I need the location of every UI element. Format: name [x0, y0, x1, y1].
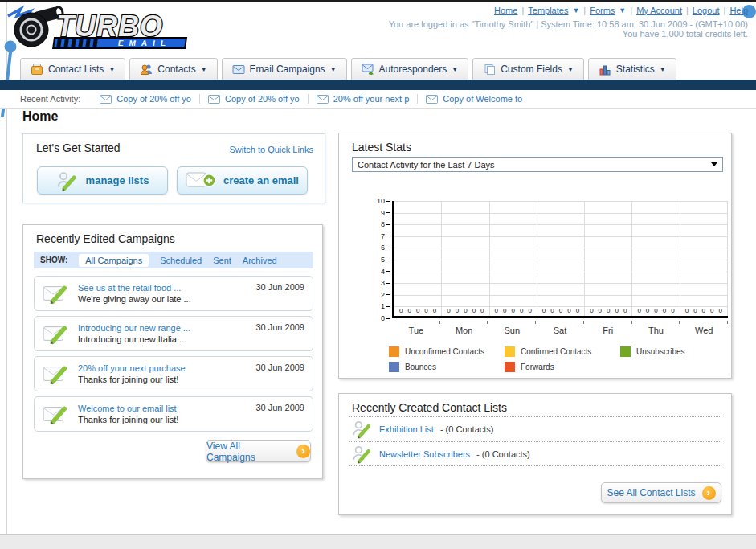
tab-label: Custom Fields: [501, 64, 562, 75]
filter-sent[interactable]: Sent: [213, 256, 231, 265]
campaign-title-link[interactable]: Welcome to our email list: [78, 404, 178, 413]
legend-label: Bounces: [405, 363, 436, 371]
chart-day-group: 00000: [537, 201, 585, 316]
logo-secondary-text: EMAIL: [117, 39, 172, 47]
x-axis-tick: [440, 321, 488, 324]
header-link-templates[interactable]: Templates: [528, 6, 568, 15]
chart-value-label: 0: [615, 307, 618, 314]
turbo-logo-graphic: TURBO EMAIL: [5, 3, 198, 50]
envelope-plus-icon: [186, 170, 216, 191]
campaign-subtitle: We're giving away our late ...: [78, 294, 191, 304]
envelope-pencil-icon: [43, 363, 70, 385]
recent-activity-item[interactable]: 20% off your next p: [309, 94, 419, 104]
contact-list-name-link[interactable]: Newsletter Subscribers: [379, 449, 470, 459]
x-axis-tick: [488, 321, 536, 324]
header-link-home[interactable]: Home: [494, 6, 517, 15]
chart-value-label: 0: [567, 307, 570, 314]
header-nav-links: Home| Templates▼| Forms▼| My Account| Lo…: [494, 6, 748, 15]
contact-list-count: - (0 Contacts): [440, 424, 494, 434]
contacts-icon: [140, 63, 153, 76]
recent-activity-item[interactable]: Copy of 20% off yo: [200, 94, 309, 104]
stats-report-select[interactable]: Contact Activity for the Last 7 Days: [352, 157, 723, 172]
tab-statistics[interactable]: Statistics▼: [588, 58, 676, 80]
tab-custom-fields[interactable]: Custom Fields▼: [472, 58, 584, 80]
chart-value-label: 0: [702, 307, 705, 314]
campaign-title-link[interactable]: 20% off your next purchase: [78, 363, 186, 373]
envelope-icon: [100, 95, 112, 104]
view-all-campaigns-label: View All Campaigns: [206, 440, 290, 463]
chart-value-label: 0: [503, 307, 506, 314]
chart-value-label: 0: [559, 307, 562, 314]
chart-value-label: 0: [495, 307, 498, 314]
recent-activity-item[interactable]: Copy of Welcome to: [418, 94, 530, 104]
filter-all-campaigns[interactable]: All Campaigns: [79, 254, 149, 267]
campaigns-panel: Recently Edited Campaigns SHOW: All Camp…: [22, 224, 323, 479]
contact-list-name-link[interactable]: Exhibition List: [379, 424, 434, 434]
manage-lists-button[interactable]: manage lists: [37, 166, 168, 195]
view-all-campaigns-button[interactable]: View All Campaigns ›: [206, 440, 311, 462]
legend-swatch: [505, 362, 515, 372]
see-all-contact-lists-button[interactable]: See All Contact Lists ›: [601, 482, 721, 503]
campaign-date: 30 Jun 2009: [255, 282, 304, 292]
header-link-logout[interactable]: Logout: [693, 6, 720, 15]
legend-item: Confirmed Contacts: [505, 344, 620, 359]
link-separator: |: [630, 6, 632, 15]
y-axis-label: 1: [381, 302, 390, 310]
header-link-help[interactable]: Help: [729, 6, 748, 15]
tab-label: Statistics: [616, 64, 655, 75]
chart-value-label: 0: [399, 307, 403, 314]
campaign-title-link[interactable]: Introducing our new range ...: [78, 323, 190, 333]
y-axis-label: 7: [381, 232, 390, 240]
tab-contact-lists[interactable]: Contact Lists▼: [20, 58, 125, 80]
legend-swatch: [389, 362, 399, 372]
campaign-date: 30 Jun 2009: [255, 403, 304, 412]
legend-item: Bounces: [389, 359, 505, 375]
recent-activity-item[interactable]: Copy of 20% off yo: [92, 94, 200, 104]
chart-value-label: 0: [646, 307, 649, 314]
legend-swatch: [505, 346, 515, 357]
x-axis-tick: [392, 321, 440, 324]
page-title: Home: [22, 109, 58, 124]
chart-value-label: 0: [433, 307, 436, 314]
contact-lists-icon: [31, 63, 43, 76]
filter-archived[interactable]: Archived: [243, 256, 277, 265]
chevron-down-icon: ▼: [330, 66, 337, 73]
y-axis-label: 3: [381, 279, 390, 287]
campaign-card: Welcome to our email list Thanks for joi…: [34, 396, 313, 432]
arrow-right-icon: ›: [702, 486, 716, 500]
campaign-subtitle: Thanks for joining our list!: [78, 415, 178, 424]
header-link-forms[interactable]: Forms: [590, 6, 615, 15]
arrow-right-icon: ›: [296, 445, 310, 458]
tab-autoresponders[interactable]: Autoresponders▼: [351, 58, 469, 80]
navy-divider-bar: [0, 80, 756, 90]
chevron-down-icon: ▼: [452, 66, 458, 73]
chevron-down-icon: ▼: [619, 6, 626, 14]
chart-day-group: 00000: [680, 201, 728, 316]
bottom-chrome-strip: [0, 534, 756, 549]
envelope-icon: [317, 95, 329, 104]
tab-label: Email Campaigns: [250, 64, 325, 75]
envelope-pencil-icon: [43, 322, 70, 345]
tab-contacts[interactable]: Contacts▼: [129, 58, 217, 80]
get-started-title: Let's Get Started: [36, 141, 121, 154]
create-email-button[interactable]: create an email: [177, 166, 308, 195]
contact-list: Exhibition List - (0 Contacts) Newslette…: [349, 416, 721, 466]
tab-email-campaigns[interactable]: Email Campaigns▼: [222, 58, 347, 80]
chart-day-group: 00000: [394, 201, 442, 316]
filter-scheduled[interactable]: Scheduled: [160, 256, 202, 265]
header-link-my-account[interactable]: My Account: [636, 6, 682, 15]
campaign-subtitle: Thanks for joining our list!: [78, 375, 186, 384]
chart-value-label: 0: [424, 307, 427, 314]
manage-lists-label: manage lists: [86, 174, 149, 186]
campaign-title-link[interactable]: See us at the retail food ...: [78, 283, 191, 293]
legend-item: Forwards: [505, 359, 620, 375]
chart-value-label: 0: [671, 307, 674, 314]
y-axis-label: 4: [381, 268, 390, 276]
switch-to-quick-links[interactable]: Switch to Quick Links: [229, 145, 313, 154]
recent-activity-text: Copy of 20% off yo: [225, 94, 300, 104]
chart-day-label: Sat: [536, 326, 584, 335]
people-pencil-icon: [352, 445, 373, 464]
campaigns-panel-title: Recently Edited Campaigns: [36, 232, 175, 245]
legend-item: Unconfirmed Contacts: [389, 344, 505, 359]
people-pencil-icon: [56, 170, 79, 191]
